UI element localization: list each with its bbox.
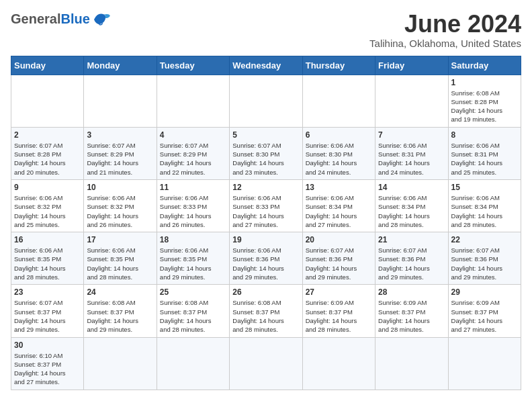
calendar-day-cell: 29Sunrise: 6:09 AM Sunset: 8:37 PM Dayli… — [448, 285, 521, 337]
day-content: Sunrise: 6:08 AM Sunset: 8:37 PM Dayligh… — [87, 298, 153, 334]
day-content: Sunrise: 6:06 AM Sunset: 8:33 PM Dayligh… — [160, 193, 226, 229]
calendar-day-cell: 18Sunrise: 6:06 AM Sunset: 8:35 PM Dayli… — [157, 232, 229, 285]
calendar-week-row: 1Sunrise: 6:08 AM Sunset: 8:28 PM Daylig… — [11, 75, 521, 127]
calendar-day-cell — [375, 75, 448, 127]
logo: General Blue — [11, 11, 112, 27]
day-number: 26 — [232, 287, 299, 297]
calendar-day-cell: 3Sunrise: 6:07 AM Sunset: 8:29 PM Daylig… — [84, 127, 157, 179]
day-content: Sunrise: 6:06 AM Sunset: 8:35 PM Dayligh… — [160, 246, 226, 281]
day-content: Sunrise: 6:06 AM Sunset: 8:32 PM Dayligh… — [87, 193, 153, 229]
calendar-day-cell: 12Sunrise: 6:06 AM Sunset: 8:33 PM Dayli… — [230, 179, 302, 232]
calendar-day-cell — [84, 75, 157, 127]
calendar-day-cell: 5Sunrise: 6:07 AM Sunset: 8:30 PM Daylig… — [230, 127, 302, 179]
day-content: Sunrise: 6:06 AM Sunset: 8:31 PM Dayligh… — [451, 141, 518, 177]
location-title: Talihina, Oklahoma, United States — [369, 38, 521, 49]
calendar-day-header-monday: Monday — [84, 56, 157, 75]
calendar-day-header-wednesday: Wednesday — [230, 56, 302, 75]
calendar-day-cell: 7Sunrise: 6:06 AM Sunset: 8:31 PM Daylig… — [375, 127, 448, 179]
day-content: Sunrise: 6:08 AM Sunset: 8:28 PM Dayligh… — [451, 89, 518, 124]
day-content: Sunrise: 6:07 AM Sunset: 8:30 PM Dayligh… — [232, 141, 299, 177]
day-content: Sunrise: 6:06 AM Sunset: 8:30 PM Dayligh… — [306, 141, 372, 177]
day-content: Sunrise: 6:09 AM Sunset: 8:37 PM Dayligh… — [378, 298, 445, 334]
calendar-header-row: SundayMondayTuesdayWednesdayThursdayFrid… — [11, 56, 521, 75]
day-content: Sunrise: 6:09 AM Sunset: 8:37 PM Dayligh… — [306, 298, 372, 334]
day-content: Sunrise: 6:07 AM Sunset: 8:36 PM Dayligh… — [306, 246, 372, 281]
calendar-day-header-saturday: Saturday — [448, 56, 521, 75]
calendar-day-cell — [230, 75, 302, 127]
calendar-day-cell: 22Sunrise: 6:07 AM Sunset: 8:36 PM Dayli… — [448, 232, 521, 285]
calendar-day-cell: 24Sunrise: 6:08 AM Sunset: 8:37 PM Dayli… — [84, 285, 157, 337]
calendar-day-header-tuesday: Tuesday — [157, 56, 229, 75]
calendar-day-cell: 28Sunrise: 6:09 AM Sunset: 8:37 PM Dayli… — [375, 285, 448, 337]
calendar-day-cell — [448, 337, 521, 390]
day-content: Sunrise: 6:08 AM Sunset: 8:37 PM Dayligh… — [232, 298, 299, 334]
day-content: Sunrise: 6:08 AM Sunset: 8:37 PM Dayligh… — [160, 298, 226, 334]
calendar-day-cell — [84, 337, 157, 390]
day-number: 5 — [232, 130, 299, 140]
day-number: 15 — [451, 183, 518, 192]
logo-bird-icon — [93, 11, 112, 27]
day-content: Sunrise: 6:06 AM Sunset: 8:34 PM Dayligh… — [451, 193, 518, 229]
day-number: 16 — [14, 235, 81, 244]
day-number: 9 — [14, 183, 81, 192]
day-content: Sunrise: 6:07 AM Sunset: 8:28 PM Dayligh… — [14, 141, 81, 177]
calendar-day-cell: 8Sunrise: 6:06 AM Sunset: 8:31 PM Daylig… — [448, 127, 521, 179]
calendar-day-header-thursday: Thursday — [302, 56, 375, 75]
calendar-day-cell: 13Sunrise: 6:06 AM Sunset: 8:34 PM Dayli… — [302, 179, 375, 232]
day-number: 1 — [451, 78, 518, 87]
calendar-day-cell — [11, 75, 84, 127]
day-number: 27 — [306, 287, 372, 297]
logo-general-text: General — [11, 11, 60, 27]
calendar-day-cell — [302, 75, 375, 127]
calendar-day-cell: 17Sunrise: 6:06 AM Sunset: 8:35 PM Dayli… — [84, 232, 157, 285]
day-number: 25 — [160, 287, 226, 297]
day-number: 18 — [160, 235, 226, 244]
day-number: 8 — [451, 130, 518, 140]
day-number: 14 — [378, 183, 445, 192]
day-number: 7 — [378, 130, 445, 140]
day-content: Sunrise: 6:06 AM Sunset: 8:36 PM Dayligh… — [232, 246, 299, 281]
day-number: 21 — [378, 235, 445, 244]
day-number: 17 — [87, 235, 153, 244]
calendar-day-cell: 26Sunrise: 6:08 AM Sunset: 8:37 PM Dayli… — [230, 285, 302, 337]
title-area: June 2024 Talihina, Oklahoma, United Sta… — [369, 11, 521, 49]
day-number: 10 — [87, 183, 153, 192]
calendar-day-cell — [157, 75, 229, 127]
header: General Blue June 2024 Talihina, Oklahom… — [11, 11, 521, 49]
calendar-day-cell: 1Sunrise: 6:08 AM Sunset: 8:28 PM Daylig… — [448, 75, 521, 127]
calendar-day-cell — [302, 337, 375, 390]
calendar-day-cell — [230, 337, 302, 390]
day-content: Sunrise: 6:10 AM Sunset: 8:37 PM Dayligh… — [14, 351, 81, 387]
calendar-day-cell — [375, 337, 448, 390]
day-number: 6 — [306, 130, 372, 140]
calendar-day-cell: 6Sunrise: 6:06 AM Sunset: 8:30 PM Daylig… — [302, 127, 375, 179]
day-content: Sunrise: 6:09 AM Sunset: 8:37 PM Dayligh… — [451, 298, 518, 334]
day-content: Sunrise: 6:06 AM Sunset: 8:33 PM Dayligh… — [232, 193, 299, 229]
day-number: 19 — [232, 235, 299, 244]
calendar-day-cell: 27Sunrise: 6:09 AM Sunset: 8:37 PM Dayli… — [302, 285, 375, 337]
day-number: 22 — [451, 235, 518, 244]
day-number: 13 — [306, 183, 372, 192]
calendar-day-header-friday: Friday — [375, 56, 448, 75]
calendar-day-cell: 21Sunrise: 6:07 AM Sunset: 8:36 PM Dayli… — [375, 232, 448, 285]
day-number: 30 — [14, 340, 81, 350]
calendar-day-cell: 15Sunrise: 6:06 AM Sunset: 8:34 PM Dayli… — [448, 179, 521, 232]
day-content: Sunrise: 6:06 AM Sunset: 8:34 PM Dayligh… — [306, 193, 372, 229]
day-content: Sunrise: 6:06 AM Sunset: 8:35 PM Dayligh… — [14, 246, 81, 281]
calendar-day-cell: 11Sunrise: 6:06 AM Sunset: 8:33 PM Dayli… — [157, 179, 229, 232]
calendar-day-cell: 19Sunrise: 6:06 AM Sunset: 8:36 PM Dayli… — [230, 232, 302, 285]
calendar-table: SundayMondayTuesdayWednesdayThursdayFrid… — [11, 56, 521, 390]
day-content: Sunrise: 6:07 AM Sunset: 8:29 PM Dayligh… — [160, 141, 226, 177]
calendar-day-cell: 20Sunrise: 6:07 AM Sunset: 8:36 PM Dayli… — [302, 232, 375, 285]
calendar-week-row: 2Sunrise: 6:07 AM Sunset: 8:28 PM Daylig… — [11, 127, 521, 179]
calendar-day-cell: 9Sunrise: 6:06 AM Sunset: 8:32 PM Daylig… — [11, 179, 84, 232]
day-number: 23 — [14, 287, 81, 297]
calendar-day-cell: 30Sunrise: 6:10 AM Sunset: 8:37 PM Dayli… — [11, 337, 84, 390]
calendar-day-cell — [157, 337, 229, 390]
calendar-week-row: 30Sunrise: 6:10 AM Sunset: 8:37 PM Dayli… — [11, 337, 521, 390]
calendar-day-header-sunday: Sunday — [11, 56, 84, 75]
calendar-day-cell: 4Sunrise: 6:07 AM Sunset: 8:29 PM Daylig… — [157, 127, 229, 179]
day-number: 24 — [87, 287, 153, 297]
calendar-day-cell: 10Sunrise: 6:06 AM Sunset: 8:32 PM Dayli… — [84, 179, 157, 232]
day-content: Sunrise: 6:07 AM Sunset: 8:37 PM Dayligh… — [14, 298, 81, 334]
